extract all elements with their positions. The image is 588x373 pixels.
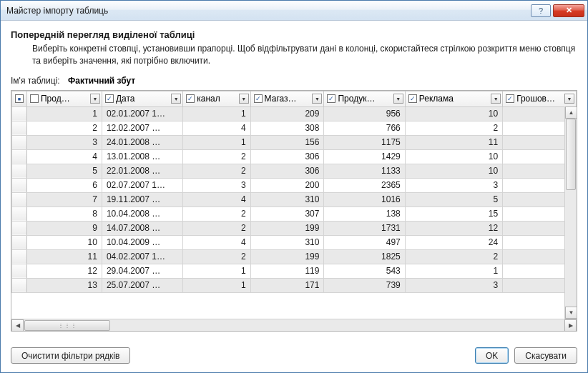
table-row[interactable]: 719.11.2007 …4310101651: [12, 192, 577, 207]
cell-id[interactable]: 13: [26, 278, 102, 292]
cell-date[interactable]: 10.04.2009 …: [102, 235, 182, 249]
cell-kanal[interactable]: 4: [183, 121, 250, 135]
cell-date[interactable]: 10.04.2008 …: [102, 207, 182, 221]
cell-date[interactable]: 02.01.2007 1…: [102, 106, 182, 121]
cell-date[interactable]: 12.02.2007 …: [102, 121, 182, 135]
row-header[interactable]: [12, 192, 27, 207]
cell-date[interactable]: 22.01.2008 …: [102, 164, 182, 178]
cell-kanal[interactable]: 2: [183, 149, 250, 164]
cell-prod[interactable]: 1731: [324, 221, 405, 235]
cell-rekl[interactable]: 15: [405, 207, 502, 221]
table-row[interactable]: 1104.02.2007 1…2199182521: [12, 249, 577, 264]
cell-rekl[interactable]: 2: [405, 121, 502, 135]
table-row[interactable]: 602.07.2007 1…3200236531: [12, 178, 577, 192]
cell-id[interactable]: 10: [26, 235, 102, 249]
cell-rekl[interactable]: 10: [405, 149, 502, 164]
vertical-scrollbar[interactable]: ▲ ▼: [564, 106, 577, 319]
cell-id[interactable]: 2: [26, 121, 102, 135]
cell-prod[interactable]: 543: [324, 264, 405, 278]
cell-rekl[interactable]: 3: [405, 178, 502, 192]
cell-rekl[interactable]: 2: [405, 249, 502, 264]
cell-rekl[interactable]: 10: [405, 106, 502, 121]
cell-id[interactable]: 1: [26, 106, 102, 121]
cell-prod[interactable]: 497: [324, 235, 405, 249]
scroll-down-icon[interactable]: ▼: [565, 307, 577, 319]
column-checkbox-date[interactable]: [105, 94, 114, 103]
cell-magaz[interactable]: 199: [250, 221, 324, 235]
cell-kanal[interactable]: 4: [183, 192, 250, 207]
column-header-magaz[interactable]: Магаз…▼: [251, 91, 324, 106]
cell-magaz[interactable]: 156: [250, 135, 324, 149]
cell-magaz[interactable]: 306: [250, 164, 324, 178]
cell-rekl[interactable]: 11: [405, 135, 502, 149]
filter-dropdown-icon[interactable]: ▼: [393, 94, 403, 104]
cell-kanal[interactable]: 4: [183, 235, 250, 249]
cell-date[interactable]: 29.04.2007 …: [102, 264, 182, 278]
cell-magaz[interactable]: 308: [250, 121, 324, 135]
cell-prod[interactable]: 1825: [324, 249, 405, 264]
column-checkbox-grosh[interactable]: [506, 94, 514, 103]
vscroll-thumb[interactable]: [566, 119, 576, 190]
table-row[interactable]: 324.01.2008 …11561175111: [12, 135, 577, 149]
cell-magaz[interactable]: 307: [250, 207, 324, 221]
column-header-rekl[interactable]: Реклама▼: [406, 91, 502, 106]
cell-date[interactable]: 24.01.2008 …: [102, 135, 182, 149]
cell-magaz[interactable]: 119: [250, 264, 324, 278]
cell-prod[interactable]: 1016: [324, 192, 405, 207]
row-header[interactable]: [12, 164, 27, 178]
filter-dropdown-icon[interactable]: ▼: [171, 94, 181, 104]
table-row[interactable]: 1010.04.2009 …4310497241: [12, 235, 577, 249]
cell-id[interactable]: 4: [26, 149, 102, 164]
table-row[interactable]: 914.07.2008 …21991731121: [12, 221, 577, 235]
cell-prod[interactable]: 766: [324, 121, 405, 135]
column-header-kanal[interactable]: канал▼: [183, 91, 250, 106]
row-header[interactable]: [12, 264, 27, 278]
select-all-checkbox[interactable]: [15, 94, 24, 103]
cell-magaz[interactable]: 209: [250, 106, 324, 121]
row-header[interactable]: [12, 249, 27, 264]
column-checkbox-kanal[interactable]: [186, 94, 195, 103]
cell-prod[interactable]: 1133: [324, 164, 405, 178]
cell-id[interactable]: 7: [26, 192, 102, 207]
cell-id[interactable]: 9: [26, 221, 102, 235]
cell-kanal[interactable]: 2: [183, 249, 250, 264]
cell-prod[interactable]: 2365: [324, 178, 405, 192]
cell-rekl[interactable]: 1: [405, 264, 502, 278]
cell-prod[interactable]: 1429: [324, 149, 405, 164]
row-header[interactable]: [12, 121, 27, 135]
close-button[interactable]: ✕: [553, 4, 584, 17]
cell-prod[interactable]: 956: [324, 106, 405, 121]
table-row[interactable]: 413.01.2008 …23061429101: [12, 149, 577, 164]
row-header[interactable]: [12, 221, 27, 235]
column-header-grosh[interactable]: Грошов…▼: [503, 91, 576, 106]
select-all-cell[interactable]: [12, 91, 27, 106]
cell-date[interactable]: 19.11.2007 …: [102, 192, 182, 207]
cell-date[interactable]: 25.07.2007 …: [102, 278, 182, 292]
table-row[interactable]: 1229.04.2007 …111954311: [12, 264, 577, 278]
row-header[interactable]: [12, 149, 27, 164]
scroll-left-icon[interactable]: ◀: [11, 319, 24, 332]
cell-rekl[interactable]: 3: [405, 278, 502, 292]
cell-kanal[interactable]: 1: [183, 278, 250, 292]
cell-kanal[interactable]: 1: [183, 135, 250, 149]
cell-kanal[interactable]: 2: [183, 164, 250, 178]
column-header-date[interactable]: Дата▼: [102, 91, 182, 106]
hscroll-thumb[interactable]: ⋮⋮⋮: [24, 320, 110, 331]
filter-dropdown-icon[interactable]: ▼: [491, 94, 501, 104]
horizontal-scrollbar[interactable]: ◀ ⋮⋮⋮ ▶: [11, 319, 577, 331]
cell-magaz[interactable]: 310: [250, 235, 324, 249]
scroll-up-icon[interactable]: ▲: [565, 106, 577, 119]
cell-rekl[interactable]: 12: [405, 221, 502, 235]
column-checkbox-id[interactable]: [30, 94, 39, 103]
column-checkbox-rekl[interactable]: [408, 94, 417, 103]
scroll-right-icon[interactable]: ▶: [564, 319, 577, 332]
cell-prod[interactable]: 138: [324, 207, 405, 221]
cell-magaz[interactable]: 310: [250, 192, 324, 207]
column-header-id[interactable]: Прод…▼: [27, 91, 102, 106]
cell-rekl[interactable]: 5: [405, 192, 502, 207]
filter-dropdown-icon[interactable]: ▼: [564, 94, 574, 104]
table-row[interactable]: 1325.07.2007 …117173931: [12, 278, 577, 292]
row-header[interactable]: [12, 278, 27, 292]
filter-dropdown-icon[interactable]: ▼: [312, 94, 322, 104]
cell-date[interactable]: 13.01.2008 …: [102, 149, 182, 164]
